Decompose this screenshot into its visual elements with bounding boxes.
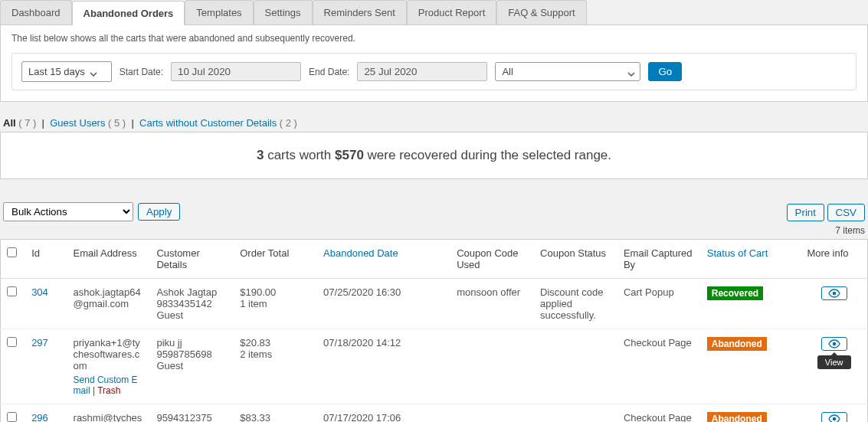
status-badge: Abandoned [707,412,767,422]
customer-cell: Ashok Jagtap9833435142Guest [150,279,234,329]
summary-rest: were recovered during the selected range… [364,148,611,162]
guest-count: ( 5 ) [108,117,126,129]
trash-link[interactable]: Trash [97,385,120,396]
svg-point-2 [832,417,836,421]
status-cell: Abandoned [701,404,801,423]
end-date-label: End Date: [309,67,349,77]
date-cell: 07/18/2020 14:12 [317,329,450,404]
col-coupon-status: Coupon Status [534,240,617,279]
coupon-status-cell [534,329,617,404]
tab-abandoned-orders[interactable]: Abandoned Orders [72,1,185,25]
date-cell: 07/17/2020 17:06 [317,404,450,423]
captured-cell: Checkout Page [617,329,701,404]
col-date[interactable]: Abandoned Date [317,240,450,279]
coupon-status-cell [534,404,617,423]
coupon-used-cell [450,329,534,404]
col-more: More info [801,240,867,279]
bulk-actions-select[interactable]: Bulk Actions [3,202,133,221]
col-id: Id [25,240,67,279]
captured-cell: Cart Popup [617,279,701,329]
no-customer-link[interactable]: Carts without Customer Details [139,117,277,129]
captured-cell: Checkout Page [617,404,701,423]
status-badge: Abandoned [707,337,767,351]
top-tabs: DashboardAbandoned OrdersTemplatesSettin… [0,0,868,25]
status-cell: Recovered [701,279,801,329]
nocust-count: ( 2 ) [280,117,297,129]
customer-cell: 9594312375 [150,404,234,423]
tab-product-report[interactable]: Product Report [407,0,496,25]
segment-value: All [502,66,513,77]
table-row: 296rashmi@tychesoftwares.com9594312375$8… [1,404,868,423]
total-cell: $20.832 items [234,329,317,404]
start-date-input[interactable] [171,62,301,81]
left-actions: Bulk Actions Apply [3,202,180,221]
segment-select[interactable]: All [495,62,640,81]
summary-amount: $570 [335,148,364,162]
svg-point-1 [832,342,836,346]
guest-users-link[interactable]: Guest Users [50,117,105,129]
summary-mid: carts worth [264,148,335,162]
all-filter-label: All [3,117,16,129]
row-checkbox[interactable] [7,337,17,347]
start-date-label: Start Date: [120,67,163,77]
col-coupon-used: Coupon Code Used [450,240,534,279]
csv-button[interactable]: CSV [827,204,865,221]
eye-icon [828,289,840,298]
coupon-status-cell: Discount code applied successfully. [534,279,617,329]
date-range-select[interactable]: Last 15 days [21,61,112,82]
orders-table: Id Email Address Customer Details Order … [0,239,868,422]
email-cell: priyanka+1@tychesoftwares.comSend Custom… [67,329,151,404]
filter-panel: The list below shows all the carts that … [0,25,868,102]
order-id-link[interactable]: 297 [31,337,48,348]
print-button[interactable]: Print [787,204,824,221]
item-count-wrap: 7 items [0,224,868,239]
intro-text: The list below shows all the carts that … [11,33,857,44]
eye-icon [828,414,840,422]
table-row: 304ashok.jagtap64@gmail.comAshok Jagtap9… [1,279,868,329]
chevron-down-icon [627,69,634,75]
view-button[interactable] [821,286,847,300]
tab-dashboard[interactable]: Dashboard [0,0,72,25]
chevron-down-icon [90,69,96,75]
customer-cell: piku jj9598785698Guest [150,329,234,404]
view-button[interactable] [821,337,847,351]
more-info-cell: View [801,329,867,404]
more-info-cell [801,404,867,423]
tab-reminders-sent[interactable]: Reminders Sent [313,0,407,25]
view-button[interactable] [821,412,847,422]
tab-settings[interactable]: Settings [254,0,313,25]
total-cell: $190.001 item [234,279,317,329]
tab-templates[interactable]: Templates [185,0,253,25]
col-email: Email Address [67,240,151,279]
summary-banner: 3 carts worth $570 were recovered during… [0,132,868,179]
range-label: Last 15 days [28,66,85,77]
col-status[interactable]: Status of Cart [701,240,801,279]
more-info-cell [801,279,867,329]
right-actions: Print CSV [787,204,865,221]
status-badge: Recovered [707,286,763,300]
subfilter-links: All ( 7 ) | Guest Users ( 5 ) | Carts wi… [0,117,868,132]
table-row: 297priyanka+1@tychesoftwares.comSend Cus… [1,329,868,404]
all-count: ( 7 ) [18,117,36,129]
end-date-input[interactable] [357,62,487,81]
total-cell: $83.331 item [234,404,317,423]
status-cell: Abandoned [701,329,801,404]
coupon-used-cell [450,404,534,423]
tab-faq-support[interactable]: FAQ & Support [496,0,586,25]
apply-button[interactable]: Apply [138,203,180,221]
order-id-link[interactable]: 296 [31,412,48,422]
row-checkbox[interactable] [7,412,17,422]
email-cell: ashok.jagtap64@gmail.com [67,279,151,329]
actions-row: Bulk Actions Apply Print CSV [0,202,868,221]
order-id-link[interactable]: 304 [31,286,48,298]
filter-row: Last 15 days Start Date: End Date: All G… [11,53,857,90]
go-button[interactable]: Go [648,62,682,81]
eye-icon [828,339,840,348]
item-count: 7 items [835,225,865,236]
email-cell: rashmi@tychesoftwares.com [67,404,151,423]
row-checkbox[interactable] [7,286,17,296]
svg-point-0 [832,292,836,296]
col-total: Order Total [234,240,317,279]
select-all-checkbox[interactable] [7,247,17,257]
coupon-used-cell: monsoon offer [450,279,534,329]
